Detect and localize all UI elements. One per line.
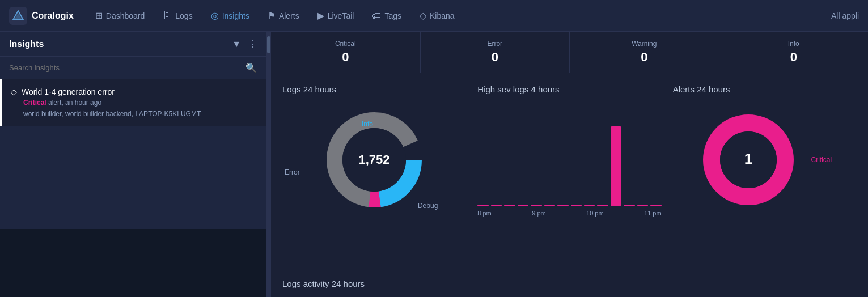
bar-labels: 8 pm 9 pm 10 pm 11 pm: [477, 210, 661, 217]
stat-error-label: Error: [432, 40, 558, 48]
bar-chart-container: 8 pm 9 pm 10 pm 11 pm: [477, 103, 661, 217]
severity-badge: Critical: [23, 99, 46, 107]
sidebar: Insights ▼ ⋮ 🔍 ◇ World 1-4 generation er…: [0, 32, 266, 297]
insight-meta-suffix: alert, an hour ago: [48, 99, 101, 107]
nav-right-text: All appli: [831, 11, 859, 20]
logs-24h-section: Logs 24 hours 1,752: [282, 84, 466, 262]
charts-row: Logs 24 hours 1,752: [271, 73, 868, 273]
nav-item-alerts[interactable]: ⚑ Alerts: [260, 7, 307, 24]
bar-chart-area: [477, 116, 661, 206]
bar-label-11pm: 11 pm: [644, 210, 662, 217]
navbar: Coralogix ⊞ Dashboard 🗄 Logs ◎ Insights …: [0, 0, 868, 32]
alerts-chart-container: 1 Critical: [673, 103, 857, 217]
scroll-bar[interactable]: [266, 32, 271, 297]
error-label: Error: [285, 168, 300, 176]
bar-1: [491, 205, 502, 206]
logo-text: Coralogix: [32, 11, 74, 21]
insight-item-header: ◇ World 1-4 generation error: [11, 87, 257, 96]
app-container: Coralogix ⊞ Dashboard 🗄 Logs ◎ Insights …: [0, 0, 868, 297]
sidebar-bottom: [0, 229, 266, 297]
nav-item-kibana[interactable]: ◇ Kibana: [412, 7, 463, 24]
bar-label-9pm: 9 pm: [532, 210, 545, 217]
svg-text:1: 1: [744, 150, 752, 167]
nav-label-alerts: Alerts: [279, 11, 299, 20]
main-layout: Insights ▼ ⋮ 🔍 ◇ World 1-4 generation er…: [0, 32, 868, 297]
bar-label-8pm: 8 pm: [477, 210, 491, 217]
nav-label-insights: Insights: [222, 11, 249, 20]
tags-icon: 🏷: [372, 11, 381, 21]
logs-activity-label: Logs activity 24 hours: [271, 273, 868, 294]
bar-2: [504, 205, 515, 206]
stat-info-label: Info: [731, 40, 857, 48]
search-bar: 🔍: [0, 57, 266, 79]
high-sev-title: High sev logs 4 hours: [477, 84, 661, 94]
insight-item[interactable]: ◇ World 1-4 generation error Critical al…: [0, 79, 266, 126]
stat-error: Error 0: [421, 32, 570, 73]
bar-9: [597, 205, 608, 206]
diamond-icon: ◇: [11, 87, 17, 96]
stat-error-value: 0: [432, 50, 558, 65]
alerts-24h-section: Alerts 24 hours 1 Critical: [673, 84, 857, 262]
stat-warning: Warning 0: [570, 32, 719, 73]
logo-area: Coralogix: [9, 7, 74, 25]
filter-icon[interactable]: ▼: [232, 39, 241, 49]
bar-7: [571, 205, 582, 206]
insight-list: ◇ World 1-4 generation error Critical al…: [0, 79, 266, 229]
bar-6: [557, 205, 568, 206]
dashboard-icon: ⊞: [95, 10, 103, 21]
donut-chart: 1,752: [317, 103, 431, 217]
bar-label-10pm: 10 pm: [586, 210, 604, 217]
stat-warning-value: 0: [581, 50, 708, 65]
logs-24h-title: Logs 24 hours: [282, 84, 466, 94]
stat-info: Info 0: [719, 32, 869, 73]
sidebar-title: Insights: [9, 39, 44, 49]
stats-row: Critical 0 Error 0 Warning 0 Info 0: [271, 32, 868, 73]
nav-items: ⊞ Dashboard 🗄 Logs ◎ Insights ⚑ Alerts ▶…: [87, 7, 831, 24]
alerts-24h-title: Alerts 24 hours: [673, 84, 857, 94]
nav-item-tags[interactable]: 🏷 Tags: [364, 7, 409, 24]
stat-critical-value: 0: [282, 50, 409, 65]
nav-label-tags: Tags: [384, 11, 401, 20]
bar-10: [611, 126, 621, 206]
kibana-icon: ◇: [420, 10, 426, 21]
bar-13: [650, 205, 661, 206]
bar-11: [624, 205, 634, 206]
bar-5: [544, 205, 555, 206]
nav-item-dashboard[interactable]: ⊞ Dashboard: [87, 7, 153, 24]
insight-title: World 1-4 generation error: [22, 87, 115, 96]
bar-4: [531, 205, 541, 206]
insight-tags: world builder, world builder backend, LA…: [23, 110, 257, 118]
nav-label-dashboard: Dashboard: [106, 11, 145, 20]
bar-0: [477, 205, 488, 206]
nav-item-livetail[interactable]: ▶ LiveTail: [310, 7, 362, 24]
insights-icon: ◎: [211, 10, 219, 21]
bar-8: [584, 205, 595, 206]
alerts-donut-chart: 1: [697, 109, 799, 211]
search-input[interactable]: [9, 63, 241, 72]
nav-label-livetail: LiveTail: [328, 11, 354, 20]
logo-icon: [9, 7, 27, 25]
more-icon[interactable]: ⋮: [248, 39, 257, 49]
alerts-critical-label: Critical: [811, 156, 832, 164]
bar-3: [518, 205, 528, 206]
sidebar-actions: ▼ ⋮: [232, 39, 257, 49]
scroll-thumb: [267, 36, 270, 53]
content-area: Critical 0 Error 0 Warning 0 Info 0: [271, 32, 868, 297]
nav-item-insights[interactable]: ◎ Insights: [203, 7, 257, 24]
logs-icon: 🗄: [163, 11, 172, 21]
donut-container: 1,752 Info Error Debug: [282, 103, 466, 217]
nav-label-logs: Logs: [175, 11, 192, 20]
nav-item-logs[interactable]: 🗄 Logs: [155, 7, 200, 24]
insight-meta: Critical alert, an hour ago: [23, 99, 257, 107]
high-sev-section: High sev logs 4 hours: [477, 84, 661, 262]
sidebar-header: Insights ▼ ⋮: [0, 32, 266, 57]
nav-label-kibana: Kibana: [430, 11, 455, 20]
stat-critical: Critical 0: [271, 32, 421, 73]
stat-critical-label: Critical: [282, 40, 409, 48]
svg-text:1,752: 1,752: [359, 152, 390, 167]
stat-warning-label: Warning: [581, 40, 708, 48]
bar-12: [637, 205, 648, 206]
stat-info-value: 0: [731, 50, 857, 65]
livetail-icon: ▶: [317, 10, 324, 21]
alerts-icon: ⚑: [268, 10, 276, 21]
